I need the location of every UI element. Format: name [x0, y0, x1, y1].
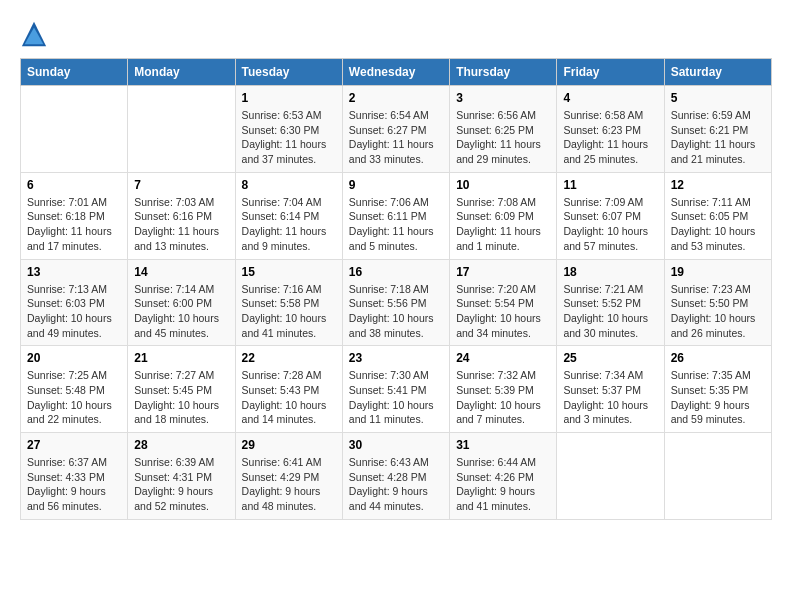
day-number: 2: [349, 91, 443, 105]
day-info: Sunrise: 7:21 AMSunset: 5:52 PMDaylight:…: [563, 282, 657, 341]
day-info: Sunrise: 7:30 AMSunset: 5:41 PMDaylight:…: [349, 368, 443, 427]
calendar-day-cell: 11Sunrise: 7:09 AMSunset: 6:07 PMDayligh…: [557, 172, 664, 259]
calendar-day-cell: 1Sunrise: 6:53 AMSunset: 6:30 PMDaylight…: [235, 86, 342, 173]
day-info: Sunrise: 7:11 AMSunset: 6:05 PMDaylight:…: [671, 195, 765, 254]
calendar-day-cell: 18Sunrise: 7:21 AMSunset: 5:52 PMDayligh…: [557, 259, 664, 346]
calendar-day-cell: 17Sunrise: 7:20 AMSunset: 5:54 PMDayligh…: [450, 259, 557, 346]
day-number: 26: [671, 351, 765, 365]
calendar-day-cell: 7Sunrise: 7:03 AMSunset: 6:16 PMDaylight…: [128, 172, 235, 259]
day-number: 29: [242, 438, 336, 452]
day-number: 16: [349, 265, 443, 279]
day-number: 5: [671, 91, 765, 105]
calendar-day-cell: [21, 86, 128, 173]
day-number: 4: [563, 91, 657, 105]
day-info: Sunrise: 7:18 AMSunset: 5:56 PMDaylight:…: [349, 282, 443, 341]
day-info: Sunrise: 7:20 AMSunset: 5:54 PMDaylight:…: [456, 282, 550, 341]
day-info: Sunrise: 7:08 AMSunset: 6:09 PMDaylight:…: [456, 195, 550, 254]
calendar-day-cell: 5Sunrise: 6:59 AMSunset: 6:21 PMDaylight…: [664, 86, 771, 173]
day-number: 17: [456, 265, 550, 279]
day-info: Sunrise: 6:39 AMSunset: 4:31 PMDaylight:…: [134, 455, 228, 514]
logo: [20, 20, 52, 48]
calendar-day-cell: 13Sunrise: 7:13 AMSunset: 6:03 PMDayligh…: [21, 259, 128, 346]
day-info: Sunrise: 7:14 AMSunset: 6:00 PMDaylight:…: [134, 282, 228, 341]
day-info: Sunrise: 7:04 AMSunset: 6:14 PMDaylight:…: [242, 195, 336, 254]
page-header: [20, 20, 772, 48]
calendar-day-cell: [128, 86, 235, 173]
day-number: 13: [27, 265, 121, 279]
day-number: 6: [27, 178, 121, 192]
calendar-day-cell: 29Sunrise: 6:41 AMSunset: 4:29 PMDayligh…: [235, 433, 342, 520]
day-number: 22: [242, 351, 336, 365]
day-info: Sunrise: 6:54 AMSunset: 6:27 PMDaylight:…: [349, 108, 443, 167]
calendar-day-cell: 2Sunrise: 6:54 AMSunset: 6:27 PMDaylight…: [342, 86, 449, 173]
weekday-header: Monday: [128, 59, 235, 86]
day-number: 12: [671, 178, 765, 192]
weekday-header: Sunday: [21, 59, 128, 86]
calendar-header: SundayMondayTuesdayWednesdayThursdayFrid…: [21, 59, 772, 86]
calendar-day-cell: 21Sunrise: 7:27 AMSunset: 5:45 PMDayligh…: [128, 346, 235, 433]
calendar-week-row: 13Sunrise: 7:13 AMSunset: 6:03 PMDayligh…: [21, 259, 772, 346]
calendar-day-cell: 16Sunrise: 7:18 AMSunset: 5:56 PMDayligh…: [342, 259, 449, 346]
calendar-day-cell: 23Sunrise: 7:30 AMSunset: 5:41 PMDayligh…: [342, 346, 449, 433]
calendar-day-cell: 10Sunrise: 7:08 AMSunset: 6:09 PMDayligh…: [450, 172, 557, 259]
day-number: 18: [563, 265, 657, 279]
day-number: 10: [456, 178, 550, 192]
day-info: Sunrise: 7:09 AMSunset: 6:07 PMDaylight:…: [563, 195, 657, 254]
day-info: Sunrise: 7:27 AMSunset: 5:45 PMDaylight:…: [134, 368, 228, 427]
calendar-day-cell: 28Sunrise: 6:39 AMSunset: 4:31 PMDayligh…: [128, 433, 235, 520]
day-number: 25: [563, 351, 657, 365]
calendar-day-cell: 25Sunrise: 7:34 AMSunset: 5:37 PMDayligh…: [557, 346, 664, 433]
calendar-day-cell: 27Sunrise: 6:37 AMSunset: 4:33 PMDayligh…: [21, 433, 128, 520]
day-number: 15: [242, 265, 336, 279]
calendar-day-cell: 3Sunrise: 6:56 AMSunset: 6:25 PMDaylight…: [450, 86, 557, 173]
calendar-day-cell: 15Sunrise: 7:16 AMSunset: 5:58 PMDayligh…: [235, 259, 342, 346]
day-info: Sunrise: 7:16 AMSunset: 5:58 PMDaylight:…: [242, 282, 336, 341]
calendar-day-cell: 14Sunrise: 7:14 AMSunset: 6:00 PMDayligh…: [128, 259, 235, 346]
day-number: 8: [242, 178, 336, 192]
day-number: 7: [134, 178, 228, 192]
day-info: Sunrise: 6:43 AMSunset: 4:28 PMDaylight:…: [349, 455, 443, 514]
weekday-row: SundayMondayTuesdayWednesdayThursdayFrid…: [21, 59, 772, 86]
calendar-day-cell: 20Sunrise: 7:25 AMSunset: 5:48 PMDayligh…: [21, 346, 128, 433]
day-number: 11: [563, 178, 657, 192]
day-info: Sunrise: 7:32 AMSunset: 5:39 PMDaylight:…: [456, 368, 550, 427]
weekday-header: Thursday: [450, 59, 557, 86]
calendar-table: SundayMondayTuesdayWednesdayThursdayFrid…: [20, 58, 772, 520]
day-number: 31: [456, 438, 550, 452]
calendar-day-cell: [557, 433, 664, 520]
day-info: Sunrise: 7:23 AMSunset: 5:50 PMDaylight:…: [671, 282, 765, 341]
day-number: 9: [349, 178, 443, 192]
calendar-week-row: 1Sunrise: 6:53 AMSunset: 6:30 PMDaylight…: [21, 86, 772, 173]
calendar-day-cell: 24Sunrise: 7:32 AMSunset: 5:39 PMDayligh…: [450, 346, 557, 433]
calendar-body: 1Sunrise: 6:53 AMSunset: 6:30 PMDaylight…: [21, 86, 772, 520]
day-info: Sunrise: 7:01 AMSunset: 6:18 PMDaylight:…: [27, 195, 121, 254]
calendar-week-row: 6Sunrise: 7:01 AMSunset: 6:18 PMDaylight…: [21, 172, 772, 259]
weekday-header: Tuesday: [235, 59, 342, 86]
calendar-day-cell: [664, 433, 771, 520]
day-number: 1: [242, 91, 336, 105]
day-info: Sunrise: 7:28 AMSunset: 5:43 PMDaylight:…: [242, 368, 336, 427]
day-info: Sunrise: 7:13 AMSunset: 6:03 PMDaylight:…: [27, 282, 121, 341]
weekday-header: Saturday: [664, 59, 771, 86]
day-info: Sunrise: 7:25 AMSunset: 5:48 PMDaylight:…: [27, 368, 121, 427]
day-info: Sunrise: 6:58 AMSunset: 6:23 PMDaylight:…: [563, 108, 657, 167]
day-number: 3: [456, 91, 550, 105]
day-number: 28: [134, 438, 228, 452]
day-info: Sunrise: 7:06 AMSunset: 6:11 PMDaylight:…: [349, 195, 443, 254]
calendar-day-cell: 4Sunrise: 6:58 AMSunset: 6:23 PMDaylight…: [557, 86, 664, 173]
day-number: 20: [27, 351, 121, 365]
day-number: 19: [671, 265, 765, 279]
day-info: Sunrise: 6:44 AMSunset: 4:26 PMDaylight:…: [456, 455, 550, 514]
day-number: 14: [134, 265, 228, 279]
calendar-day-cell: 8Sunrise: 7:04 AMSunset: 6:14 PMDaylight…: [235, 172, 342, 259]
day-info: Sunrise: 6:37 AMSunset: 4:33 PMDaylight:…: [27, 455, 121, 514]
calendar-day-cell: 19Sunrise: 7:23 AMSunset: 5:50 PMDayligh…: [664, 259, 771, 346]
calendar-week-row: 20Sunrise: 7:25 AMSunset: 5:48 PMDayligh…: [21, 346, 772, 433]
day-number: 21: [134, 351, 228, 365]
day-info: Sunrise: 6:53 AMSunset: 6:30 PMDaylight:…: [242, 108, 336, 167]
day-info: Sunrise: 7:03 AMSunset: 6:16 PMDaylight:…: [134, 195, 228, 254]
calendar-day-cell: 31Sunrise: 6:44 AMSunset: 4:26 PMDayligh…: [450, 433, 557, 520]
calendar-day-cell: 30Sunrise: 6:43 AMSunset: 4:28 PMDayligh…: [342, 433, 449, 520]
day-info: Sunrise: 6:56 AMSunset: 6:25 PMDaylight:…: [456, 108, 550, 167]
calendar-day-cell: 26Sunrise: 7:35 AMSunset: 5:35 PMDayligh…: [664, 346, 771, 433]
